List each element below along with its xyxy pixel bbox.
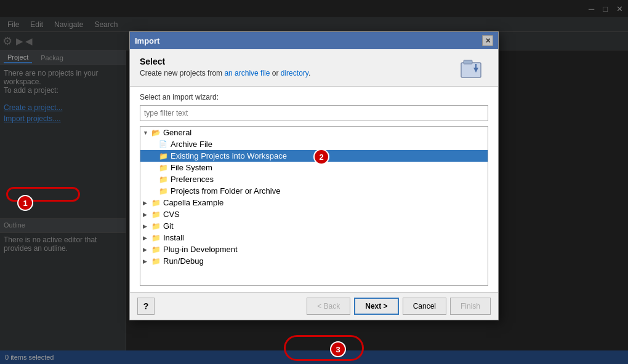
folder-icon [151, 210, 161, 219]
chevron-right-icon: ▶ [143, 258, 150, 264]
svg-rect-0 [461, 63, 481, 77]
help-button[interactable]: ? [137, 298, 155, 315]
filter-input[interactable] [140, 105, 488, 121]
svg-rect-1 [464, 60, 472, 64]
folder-icon [159, 187, 169, 196]
tree-item-cvs[interactable]: ▶ CVS [140, 208, 488, 220]
tree-item-label: Capella Example [163, 198, 223, 207]
import-dialog: Import ✕ Select Create new projects from… [129, 31, 499, 320]
tree-item-label: CVS [163, 210, 180, 219]
modal-heading: Select [140, 57, 310, 66]
wizard-label: Select an import wizard: [140, 93, 488, 101]
folder-icon [151, 199, 161, 207]
archive-link: an archive file [224, 69, 270, 77]
tree-item-file-system[interactable]: File System [140, 162, 488, 173]
tree-item-capella[interactable]: ▶ Capella Example [140, 197, 488, 208]
folder-icon [159, 175, 169, 184]
wizard-tree[interactable]: ▼ General Archive File Existing Projects… [140, 126, 488, 286]
tree-item-label: Preferences [171, 175, 214, 184]
badge-3: 3 [330, 341, 346, 357]
modal-header: Select Create new projects from an archi… [130, 49, 498, 87]
modal-header-icon [459, 57, 488, 81]
tree-item-install[interactable]: ▶ Install [140, 232, 488, 243]
tree-item-preferences[interactable]: Preferences [140, 173, 488, 185]
modal-close-button[interactable]: ✕ [482, 35, 493, 46]
tree-item-plugin-dev[interactable]: ▶ Plug-in Development [140, 243, 488, 255]
tree-item-git[interactable]: ▶ Git [140, 220, 488, 232]
tree-item-label: Archive File [171, 140, 212, 149]
modal-footer: ? < Back Next > Cancel Finish [130, 292, 498, 320]
badge-1: 1 [17, 195, 33, 211]
tree-item-label: General [163, 128, 191, 137]
folder-icon [151, 222, 161, 231]
tree-item-label: Plug-in Development [163, 245, 238, 254]
tree-item-label: File System [171, 163, 212, 172]
footer-buttons: < Back Next > Cancel Finish [307, 298, 491, 315]
folder-icon [159, 164, 169, 172]
finish-button[interactable]: Finish [450, 298, 491, 315]
tree-item-label: Run/Debug [163, 256, 204, 266]
modal-titlebar: Import ✕ [130, 32, 498, 49]
tree-item-label: Git [163, 221, 174, 231]
modal-header-text: Select Create new projects from an archi… [140, 57, 310, 77]
tree-item-run-debug[interactable]: ▶ Run/Debug [140, 255, 488, 267]
folder-icon [151, 234, 161, 242]
chevron-right-icon: ▶ [143, 223, 150, 229]
badge-2: 2 [313, 149, 329, 165]
chevron-right-icon: ▶ [143, 247, 150, 253]
folder-open-icon [151, 129, 161, 137]
tree-item-archive[interactable]: Archive File [140, 138, 488, 150]
folder-icon [151, 245, 161, 254]
tree-item-label: Existing Projects into Workspace [171, 151, 287, 160]
chevron-right-icon: ▶ [143, 235, 150, 241]
modal-description: Create new projects from an archive file… [140, 69, 310, 77]
next-button[interactable]: Next > [354, 298, 398, 315]
tree-item-label: Install [163, 233, 184, 242]
modal-title: Import [135, 36, 159, 46]
import-icon [460, 58, 487, 80]
tree-item-projects-folder[interactable]: Projects from Folder or Archive [140, 185, 488, 197]
back-button[interactable]: < Back [307, 298, 350, 315]
chevron-right-icon: ▶ [143, 200, 150, 206]
chevron-down-icon: ▼ [143, 130, 150, 136]
tree-item-general[interactable]: ▼ General [140, 127, 488, 138]
modal-body: Select an import wizard: ▼ General Archi… [130, 87, 498, 292]
modal-overlay: Import ✕ Select Create new projects from… [0, 0, 628, 364]
folder-icon [151, 257, 161, 266]
folder-icon [159, 152, 169, 160]
tree-item-label: Projects from Folder or Archive [171, 186, 280, 196]
cancel-button[interactable]: Cancel [403, 298, 446, 315]
chevron-right-icon: ▶ [143, 212, 150, 218]
directory-link: directory [281, 69, 308, 77]
file-icon [159, 140, 169, 149]
